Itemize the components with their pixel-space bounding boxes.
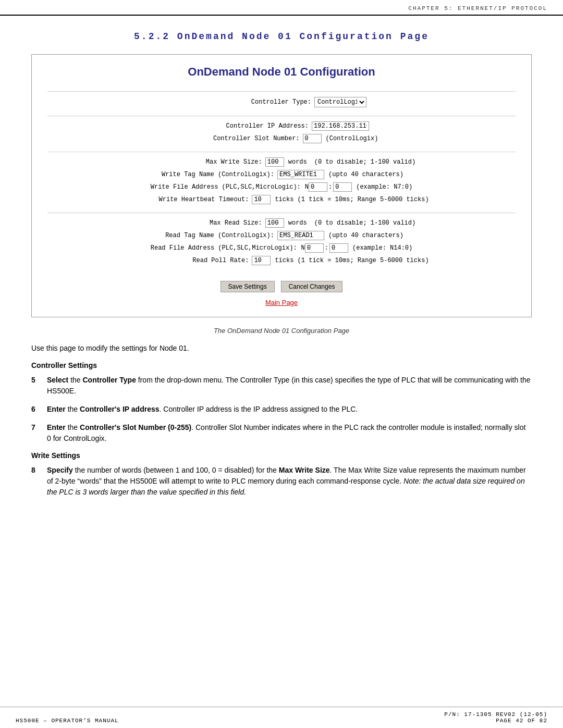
read-file-num-input[interactable] — [329, 243, 348, 253]
read-section: Max Read Size: words (0 to disable; 1-10… — [47, 213, 516, 274]
read-file-prefix: N — [301, 244, 305, 252]
select-bold: Select — [47, 376, 68, 384]
list-item-8: 8 Specify the number of words (between 1… — [31, 465, 532, 498]
buttons-row: Save Settings Cancel Changes — [47, 274, 516, 297]
enter-bold-7: Enter — [47, 423, 66, 431]
controller-type-bold: Controller Type — [83, 376, 136, 384]
ip-input[interactable] — [312, 121, 369, 131]
read-file-row: Read File Address (PLC,SLC,MicroLogix): … — [47, 243, 516, 253]
config-box: OnDemand Node 01 Configuration Controlle… — [31, 54, 532, 317]
max-write-note: (0 to disable; 1-100 valid) — [314, 158, 415, 166]
write-file-prefix: N — [305, 183, 309, 191]
write-tag-row: Write Tag Name (ControlLogix): (upto 40 … — [47, 170, 516, 179]
list-content-5: Select the Controller Type from the drop… — [47, 375, 532, 397]
footer-right: P/N: 17-1305 REV02 (12-05) PAGE 42 OF 82 — [444, 711, 547, 724]
max-read-label: Max Read Size: — [148, 219, 262, 227]
slot-input[interactable] — [303, 134, 322, 143]
write-section: Max Write Size: words (0 to disable; 1-1… — [47, 152, 516, 213]
main-content: 5.2.2 OnDemand Node 01 Configuration Pag… — [0, 16, 563, 521]
save-button[interactable]: Save Settings — [221, 281, 275, 292]
slot-note: (ControlLogix) — [326, 135, 378, 142]
read-file-colon: : — [325, 244, 328, 252]
max-write-note-italic: Note: the actual data size required on t… — [47, 477, 525, 496]
chapter-title: CHAPTER 5: ETHERNET/IP PROTOCOL — [408, 5, 547, 11]
read-tag-row: Read Tag Name (ControlLogix): (upto 40 c… — [47, 231, 516, 240]
write-hb-label: Write Heartbeat Timeout: — [134, 196, 249, 203]
max-write-input[interactable] — [265, 157, 284, 167]
list-content-6: Enter the Controller's IP address. Contr… — [47, 404, 532, 415]
list-item-6: 6 Enter the Controller's IP address. Con… — [31, 404, 532, 415]
max-read-input[interactable] — [265, 218, 284, 228]
read-tag-note: (upto 40 characters) — [328, 232, 403, 239]
cancel-button[interactable]: Cancel Changes — [281, 281, 343, 292]
write-settings-list: 8 Specify the number of words (between 1… — [31, 465, 532, 498]
specify-bold: Specify — [47, 466, 73, 474]
ip-row: Controller IP Address: — [47, 121, 516, 131]
section-heading: 5.2.2 OnDemand Node 01 Configuration Pag… — [31, 31, 532, 42]
write-settings-heading: Write Settings — [31, 451, 532, 460]
ip-slot-section: Controller IP Address: Controller Slot N… — [47, 116, 516, 152]
write-file-row: Write File Address (PLC,SLC,MicroLogic):… — [47, 182, 516, 192]
read-file-note: (example: N14:0) — [352, 244, 412, 252]
page-footer: HS500E – OPERATOR’S MANUAL P/N: 17-1305 … — [0, 707, 563, 728]
read-tag-label: Read Tag Name (ControlLogix): — [160, 232, 274, 239]
write-hb-note: ticks (1 tick = 10ms; Range 5-6000 ticks… — [275, 196, 429, 203]
list-num-8: 8 — [31, 465, 47, 476]
enter-bold-6: Enter — [47, 405, 66, 413]
slot-row: Controller Slot Number: (ControlLogix) — [47, 134, 516, 143]
main-page-link[interactable]: Main Page — [47, 299, 516, 306]
list-item-7: 7 Enter the Controller's Slot Number (0-… — [31, 422, 532, 444]
slot-label: Controller Slot Number: — [185, 135, 300, 142]
write-tag-note: (upto 40 characters) — [328, 171, 403, 178]
controller-settings-heading: Controller Settings — [31, 361, 532, 369]
intro-text: Use this page to modify the settings for… — [31, 343, 532, 354]
config-title: OnDemand Node 01 Configuration — [47, 65, 516, 79]
footer-page: PAGE 42 OF 82 — [444, 718, 547, 724]
controller-type-label: Controller Type: — [197, 98, 311, 106]
list-num-7: 7 — [31, 422, 47, 433]
list-num-6: 6 — [31, 404, 47, 415]
ip-bold: Controller's IP address — [80, 405, 159, 413]
write-hb-row: Write Heartbeat Timeout: ticks (1 tick =… — [47, 195, 516, 204]
list-content-8: Specify the number of words (between 1 a… — [47, 465, 532, 498]
list-num-5: 5 — [31, 375, 47, 386]
controller-type-row: Controller Type: ControlLogix SLC PLC Mi… — [47, 97, 516, 107]
read-poll-note: ticks (1 tick = 10ms; Range 5-6000 ticks… — [275, 257, 429, 264]
controller-settings-list: 5 Select the Controller Type from the dr… — [31, 375, 532, 444]
write-file-label: Write File Address (PLC,SLC,MicroLogic): — [151, 183, 301, 191]
slot-bold: Controller's Slot Number (0-255) — [80, 423, 191, 431]
max-write-bold: Max Write Size — [279, 466, 330, 474]
write-tag-input[interactable] — [277, 170, 324, 179]
controller-type-select[interactable]: ControlLogix SLC PLC MicroLogix — [314, 97, 366, 107]
write-hb-input[interactable] — [252, 195, 271, 204]
list-content-7: Enter the Controller's Slot Number (0-25… — [47, 422, 532, 444]
write-tag-label: Write Tag Name (ControlLogix): — [160, 171, 274, 178]
read-file-label: Read File Address (PLC,SLC,MicroLogix): — [151, 244, 297, 252]
read-file-input[interactable] — [305, 243, 324, 253]
read-poll-row: Read Poll Rate: ticks (1 tick = 10ms; Ra… — [47, 256, 516, 265]
max-read-row: Max Read Size: words (0 to disable; 1-10… — [47, 218, 516, 228]
max-write-label: Max Write Size: — [148, 158, 262, 166]
max-read-unit: words — [288, 219, 307, 227]
write-file-num-input[interactable] — [333, 182, 352, 192]
figure-caption: The OnDemand Node 01 Configuration Page — [31, 327, 532, 335]
max-write-row: Max Write Size: words (0 to disable; 1-1… — [47, 157, 516, 167]
read-poll-label: Read Poll Rate: — [134, 257, 249, 264]
footer-pn: P/N: 17-1305 REV02 (12-05) — [444, 711, 547, 718]
controller-type-section: Controller Type: ControlLogix SLC PLC Mi… — [47, 91, 516, 116]
read-poll-input[interactable] — [252, 256, 271, 265]
write-file-note: (example: N7:0) — [356, 183, 412, 191]
footer-left: HS500E – OPERATOR’S MANUAL — [16, 718, 119, 724]
ip-label: Controller IP Address: — [194, 122, 309, 130]
write-file-colon: : — [328, 183, 332, 191]
write-file-input[interactable] — [309, 182, 327, 192]
list-item-5: 5 Select the Controller Type from the dr… — [31, 375, 532, 397]
page-header: CHAPTER 5: ETHERNET/IP PROTOCOL — [0, 0, 563, 16]
read-tag-input[interactable] — [277, 231, 324, 240]
max-read-note: (0 to disable; 1-100 valid) — [314, 219, 415, 227]
max-write-unit: words — [288, 158, 307, 166]
